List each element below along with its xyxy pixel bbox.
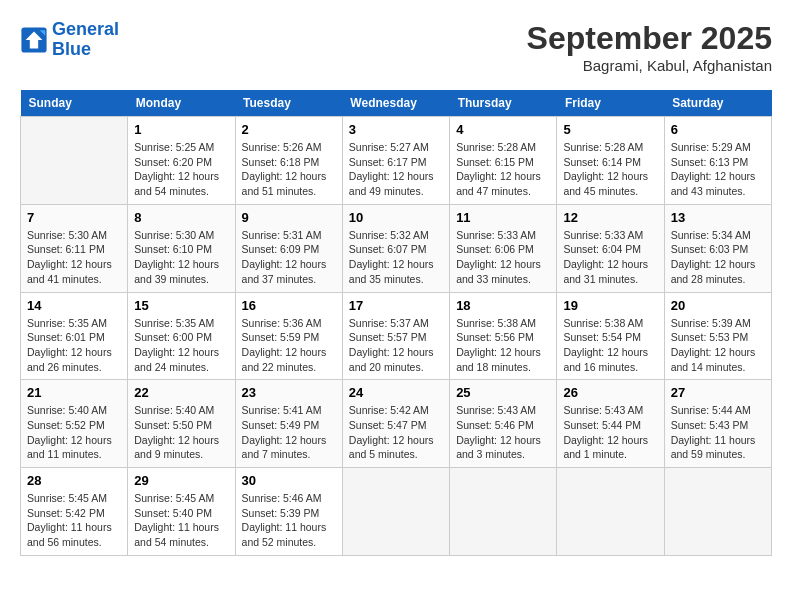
calendar-day-cell: 15Sunrise: 5:35 AM Sunset: 6:00 PM Dayli… <box>128 292 235 380</box>
calendar-day-cell: 29Sunrise: 5:45 AM Sunset: 5:40 PM Dayli… <box>128 468 235 556</box>
calendar-day-cell: 11Sunrise: 5:33 AM Sunset: 6:06 PM Dayli… <box>450 204 557 292</box>
calendar-day-cell <box>557 468 664 556</box>
weekday-header-cell: Thursday <box>450 90 557 117</box>
calendar-day-cell: 7Sunrise: 5:30 AM Sunset: 6:11 PM Daylig… <box>21 204 128 292</box>
day-number: 11 <box>456 210 550 225</box>
day-number: 17 <box>349 298 443 313</box>
calendar-day-cell: 16Sunrise: 5:36 AM Sunset: 5:59 PM Dayli… <box>235 292 342 380</box>
weekday-header-cell: Monday <box>128 90 235 117</box>
weekday-header-cell: Sunday <box>21 90 128 117</box>
calendar-day-cell: 21Sunrise: 5:40 AM Sunset: 5:52 PM Dayli… <box>21 380 128 468</box>
weekday-header-cell: Wednesday <box>342 90 449 117</box>
calendar-day-cell <box>342 468 449 556</box>
day-number: 1 <box>134 122 228 137</box>
day-info: Sunrise: 5:37 AM Sunset: 5:57 PM Dayligh… <box>349 316 443 375</box>
day-info: Sunrise: 5:30 AM Sunset: 6:11 PM Dayligh… <box>27 228 121 287</box>
day-info: Sunrise: 5:42 AM Sunset: 5:47 PM Dayligh… <box>349 403 443 462</box>
day-number: 5 <box>563 122 657 137</box>
day-number: 12 <box>563 210 657 225</box>
calendar-day-cell: 5Sunrise: 5:28 AM Sunset: 6:14 PM Daylig… <box>557 117 664 205</box>
calendar-table: SundayMondayTuesdayWednesdayThursdayFrid… <box>20 90 772 556</box>
weekday-header-row: SundayMondayTuesdayWednesdayThursdayFrid… <box>21 90 772 117</box>
page-header: General Blue September 2025 Bagrami, Kab… <box>20 20 772 74</box>
calendar-day-cell: 14Sunrise: 5:35 AM Sunset: 6:01 PM Dayli… <box>21 292 128 380</box>
day-number: 20 <box>671 298 765 313</box>
calendar-day-cell: 18Sunrise: 5:38 AM Sunset: 5:56 PM Dayli… <box>450 292 557 380</box>
weekday-header-cell: Tuesday <box>235 90 342 117</box>
day-number: 15 <box>134 298 228 313</box>
day-number: 30 <box>242 473 336 488</box>
day-info: Sunrise: 5:27 AM Sunset: 6:17 PM Dayligh… <box>349 140 443 199</box>
calendar-week-row: 7Sunrise: 5:30 AM Sunset: 6:11 PM Daylig… <box>21 204 772 292</box>
day-info: Sunrise: 5:31 AM Sunset: 6:09 PM Dayligh… <box>242 228 336 287</box>
day-number: 24 <box>349 385 443 400</box>
day-info: Sunrise: 5:33 AM Sunset: 6:04 PM Dayligh… <box>563 228 657 287</box>
day-number: 26 <box>563 385 657 400</box>
calendar-week-row: 21Sunrise: 5:40 AM Sunset: 5:52 PM Dayli… <box>21 380 772 468</box>
logo-icon <box>20 26 48 54</box>
day-info: Sunrise: 5:33 AM Sunset: 6:06 PM Dayligh… <box>456 228 550 287</box>
day-info: Sunrise: 5:36 AM Sunset: 5:59 PM Dayligh… <box>242 316 336 375</box>
day-info: Sunrise: 5:45 AM Sunset: 5:40 PM Dayligh… <box>134 491 228 550</box>
calendar-day-cell <box>21 117 128 205</box>
day-info: Sunrise: 5:44 AM Sunset: 5:43 PM Dayligh… <box>671 403 765 462</box>
calendar-day-cell: 1Sunrise: 5:25 AM Sunset: 6:20 PM Daylig… <box>128 117 235 205</box>
day-info: Sunrise: 5:38 AM Sunset: 5:54 PM Dayligh… <box>563 316 657 375</box>
day-number: 23 <box>242 385 336 400</box>
day-number: 19 <box>563 298 657 313</box>
calendar-week-row: 14Sunrise: 5:35 AM Sunset: 6:01 PM Dayli… <box>21 292 772 380</box>
day-info: Sunrise: 5:28 AM Sunset: 6:14 PM Dayligh… <box>563 140 657 199</box>
calendar-day-cell: 22Sunrise: 5:40 AM Sunset: 5:50 PM Dayli… <box>128 380 235 468</box>
day-number: 4 <box>456 122 550 137</box>
calendar-day-cell: 3Sunrise: 5:27 AM Sunset: 6:17 PM Daylig… <box>342 117 449 205</box>
day-info: Sunrise: 5:43 AM Sunset: 5:44 PM Dayligh… <box>563 403 657 462</box>
day-info: Sunrise: 5:26 AM Sunset: 6:18 PM Dayligh… <box>242 140 336 199</box>
calendar-day-cell: 28Sunrise: 5:45 AM Sunset: 5:42 PM Dayli… <box>21 468 128 556</box>
calendar-day-cell: 19Sunrise: 5:38 AM Sunset: 5:54 PM Dayli… <box>557 292 664 380</box>
day-number: 13 <box>671 210 765 225</box>
day-info: Sunrise: 5:29 AM Sunset: 6:13 PM Dayligh… <box>671 140 765 199</box>
calendar-day-cell: 6Sunrise: 5:29 AM Sunset: 6:13 PM Daylig… <box>664 117 771 205</box>
calendar-day-cell: 20Sunrise: 5:39 AM Sunset: 5:53 PM Dayli… <box>664 292 771 380</box>
day-number: 25 <box>456 385 550 400</box>
calendar-week-row: 1Sunrise: 5:25 AM Sunset: 6:20 PM Daylig… <box>21 117 772 205</box>
day-number: 9 <box>242 210 336 225</box>
day-number: 29 <box>134 473 228 488</box>
day-info: Sunrise: 5:46 AM Sunset: 5:39 PM Dayligh… <box>242 491 336 550</box>
calendar-day-cell: 25Sunrise: 5:43 AM Sunset: 5:46 PM Dayli… <box>450 380 557 468</box>
calendar-day-cell: 17Sunrise: 5:37 AM Sunset: 5:57 PM Dayli… <box>342 292 449 380</box>
day-number: 6 <box>671 122 765 137</box>
calendar-day-cell: 13Sunrise: 5:34 AM Sunset: 6:03 PM Dayli… <box>664 204 771 292</box>
day-info: Sunrise: 5:35 AM Sunset: 6:00 PM Dayligh… <box>134 316 228 375</box>
day-info: Sunrise: 5:35 AM Sunset: 6:01 PM Dayligh… <box>27 316 121 375</box>
day-number: 28 <box>27 473 121 488</box>
day-info: Sunrise: 5:43 AM Sunset: 5:46 PM Dayligh… <box>456 403 550 462</box>
day-info: Sunrise: 5:30 AM Sunset: 6:10 PM Dayligh… <box>134 228 228 287</box>
calendar-day-cell: 23Sunrise: 5:41 AM Sunset: 5:49 PM Dayli… <box>235 380 342 468</box>
calendar-day-cell: 12Sunrise: 5:33 AM Sunset: 6:04 PM Dayli… <box>557 204 664 292</box>
calendar-day-cell: 30Sunrise: 5:46 AM Sunset: 5:39 PM Dayli… <box>235 468 342 556</box>
day-number: 8 <box>134 210 228 225</box>
location-subtitle: Bagrami, Kabul, Afghanistan <box>527 57 772 74</box>
day-info: Sunrise: 5:41 AM Sunset: 5:49 PM Dayligh… <box>242 403 336 462</box>
day-number: 14 <box>27 298 121 313</box>
logo-text: General Blue <box>52 20 119 60</box>
day-info: Sunrise: 5:28 AM Sunset: 6:15 PM Dayligh… <box>456 140 550 199</box>
day-info: Sunrise: 5:34 AM Sunset: 6:03 PM Dayligh… <box>671 228 765 287</box>
day-info: Sunrise: 5:32 AM Sunset: 6:07 PM Dayligh… <box>349 228 443 287</box>
calendar-day-cell: 9Sunrise: 5:31 AM Sunset: 6:09 PM Daylig… <box>235 204 342 292</box>
day-number: 10 <box>349 210 443 225</box>
title-block: September 2025 Bagrami, Kabul, Afghanist… <box>527 20 772 74</box>
calendar-day-cell: 8Sunrise: 5:30 AM Sunset: 6:10 PM Daylig… <box>128 204 235 292</box>
day-info: Sunrise: 5:40 AM Sunset: 5:50 PM Dayligh… <box>134 403 228 462</box>
logo: General Blue <box>20 20 119 60</box>
day-number: 27 <box>671 385 765 400</box>
day-number: 3 <box>349 122 443 137</box>
day-info: Sunrise: 5:25 AM Sunset: 6:20 PM Dayligh… <box>134 140 228 199</box>
day-number: 22 <box>134 385 228 400</box>
calendar-day-cell: 2Sunrise: 5:26 AM Sunset: 6:18 PM Daylig… <box>235 117 342 205</box>
day-info: Sunrise: 5:45 AM Sunset: 5:42 PM Dayligh… <box>27 491 121 550</box>
calendar-day-cell: 4Sunrise: 5:28 AM Sunset: 6:15 PM Daylig… <box>450 117 557 205</box>
calendar-day-cell: 10Sunrise: 5:32 AM Sunset: 6:07 PM Dayli… <box>342 204 449 292</box>
calendar-day-cell <box>450 468 557 556</box>
